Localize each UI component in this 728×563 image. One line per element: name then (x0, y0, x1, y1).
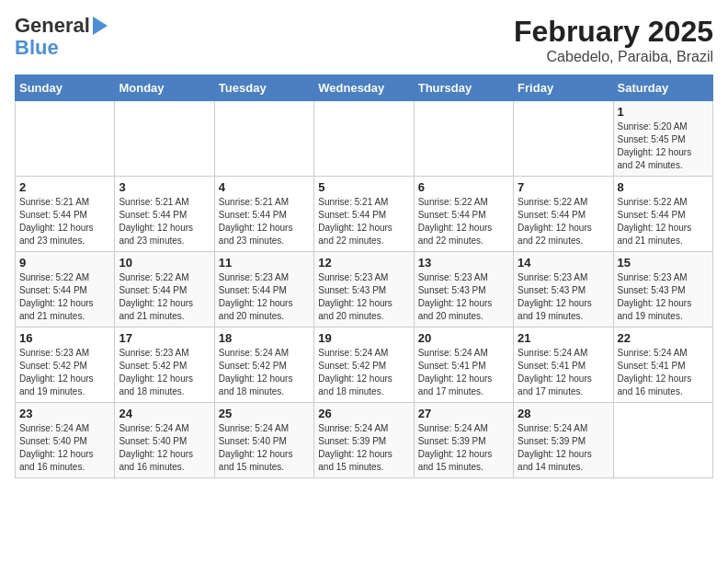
day-info: Sunrise: 5:24 AM Sunset: 5:39 PM Dayligh… (518, 422, 609, 474)
page-title: February 2025 (514, 15, 713, 49)
day-info: Sunrise: 5:22 AM Sunset: 5:44 PM Dayligh… (418, 196, 509, 247)
day-number: 14 (518, 256, 609, 270)
day-number: 25 (219, 407, 310, 420)
calendar-cell: 18Sunrise: 5:24 AM Sunset: 5:42 PM Dayli… (214, 327, 313, 403)
calendar-cell (414, 101, 513, 177)
calendar-week-row: 2Sunrise: 5:21 AM Sunset: 5:44 PM Daylig… (16, 177, 713, 252)
day-number: 18 (219, 331, 310, 345)
day-number: 21 (518, 331, 609, 345)
day-info: Sunrise: 5:23 AM Sunset: 5:42 PM Dayligh… (19, 347, 110, 398)
day-number: 16 (19, 331, 110, 345)
day-number: 28 (518, 407, 609, 420)
day-number: 26 (318, 407, 409, 420)
day-info: Sunrise: 5:23 AM Sunset: 5:42 PM Dayligh… (119, 347, 210, 398)
calendar-cell: 15Sunrise: 5:23 AM Sunset: 5:43 PM Dayli… (613, 252, 712, 327)
calendar-cell: 9Sunrise: 5:22 AM Sunset: 5:44 PM Daylig… (16, 252, 115, 327)
day-info: Sunrise: 5:24 AM Sunset: 5:40 PM Dayligh… (19, 422, 110, 474)
day-info: Sunrise: 5:22 AM Sunset: 5:44 PM Dayligh… (119, 271, 210, 323)
day-number: 11 (219, 256, 310, 270)
day-info: Sunrise: 5:21 AM Sunset: 5:44 PM Dayligh… (119, 196, 210, 247)
day-number: 10 (119, 256, 210, 270)
calendar-cell: 6Sunrise: 5:22 AM Sunset: 5:44 PM Daylig… (414, 177, 513, 252)
day-info: Sunrise: 5:24 AM Sunset: 5:40 PM Dayligh… (219, 422, 310, 474)
logo-text-blue: Blue (15, 36, 59, 59)
page-header: General Blue February 2025 Cabedelo, Par… (15, 15, 713, 65)
day-number: 2 (19, 180, 110, 194)
calendar-cell: 4Sunrise: 5:21 AM Sunset: 5:44 PM Daylig… (214, 177, 313, 252)
calendar-cell (514, 101, 613, 177)
title-block: February 2025 Cabedelo, Paraiba, Brazil (514, 15, 713, 65)
calendar-cell: 7Sunrise: 5:22 AM Sunset: 5:44 PM Daylig… (514, 177, 613, 252)
calendar-week-row: 23Sunrise: 5:24 AM Sunset: 5:40 PM Dayli… (16, 403, 713, 478)
day-number: 1 (618, 105, 709, 119)
logo-arrow (93, 17, 108, 35)
calendar-cell (314, 101, 414, 177)
calendar-week-row: 16Sunrise: 5:23 AM Sunset: 5:42 PM Dayli… (16, 327, 713, 403)
calendar-table: SundayMondayTuesdayWednesdayThursdayFrid… (15, 75, 713, 478)
calendar-week-row: 9Sunrise: 5:22 AM Sunset: 5:44 PM Daylig… (16, 252, 713, 327)
day-info: Sunrise: 5:23 AM Sunset: 5:43 PM Dayligh… (518, 271, 609, 323)
calendar-cell: 12Sunrise: 5:23 AM Sunset: 5:43 PM Dayli… (314, 252, 414, 327)
day-info: Sunrise: 5:20 AM Sunset: 5:45 PM Dayligh… (618, 121, 709, 172)
day-info: Sunrise: 5:23 AM Sunset: 5:44 PM Dayligh… (219, 271, 310, 323)
day-number: 3 (119, 180, 210, 194)
day-number: 17 (119, 331, 210, 345)
day-info: Sunrise: 5:21 AM Sunset: 5:44 PM Dayligh… (219, 196, 310, 247)
day-number: 8 (618, 180, 709, 194)
calendar-cell: 28Sunrise: 5:24 AM Sunset: 5:39 PM Dayli… (514, 403, 613, 478)
logo: General Blue (15, 15, 108, 59)
day-number: 13 (418, 256, 509, 270)
day-info: Sunrise: 5:21 AM Sunset: 5:44 PM Dayligh… (19, 196, 110, 247)
day-info: Sunrise: 5:23 AM Sunset: 5:43 PM Dayligh… (618, 271, 709, 323)
day-number: 20 (418, 331, 509, 345)
calendar-day-header-friday: Friday (514, 75, 613, 101)
day-info: Sunrise: 5:24 AM Sunset: 5:42 PM Dayligh… (219, 347, 310, 398)
day-info: Sunrise: 5:24 AM Sunset: 5:39 PM Dayligh… (418, 422, 509, 474)
calendar-header-row: SundayMondayTuesdayWednesdayThursdayFrid… (16, 75, 713, 101)
day-number: 24 (119, 407, 210, 420)
calendar-day-header-thursday: Thursday (414, 75, 513, 101)
calendar-cell: 25Sunrise: 5:24 AM Sunset: 5:40 PM Dayli… (214, 403, 313, 478)
calendar-cell: 21Sunrise: 5:24 AM Sunset: 5:41 PM Dayli… (514, 327, 613, 403)
calendar-cell: 5Sunrise: 5:21 AM Sunset: 5:44 PM Daylig… (314, 177, 414, 252)
calendar-cell: 26Sunrise: 5:24 AM Sunset: 5:39 PM Dayli… (314, 403, 414, 478)
calendar-cell: 1Sunrise: 5:20 AM Sunset: 5:45 PM Daylig… (613, 101, 712, 177)
day-number: 15 (618, 256, 709, 270)
calendar-week-row: 1Sunrise: 5:20 AM Sunset: 5:45 PM Daylig… (16, 101, 713, 177)
calendar-cell: 24Sunrise: 5:24 AM Sunset: 5:40 PM Dayli… (115, 403, 214, 478)
day-number: 23 (19, 407, 110, 420)
day-number: 19 (318, 331, 409, 345)
day-number: 5 (318, 180, 409, 194)
calendar-cell (115, 101, 214, 177)
day-info: Sunrise: 5:24 AM Sunset: 5:41 PM Dayligh… (618, 347, 709, 398)
day-info: Sunrise: 5:21 AM Sunset: 5:44 PM Dayligh… (318, 196, 409, 247)
calendar-cell: 13Sunrise: 5:23 AM Sunset: 5:43 PM Dayli… (414, 252, 513, 327)
calendar-cell (214, 101, 313, 177)
day-number: 12 (318, 256, 409, 270)
calendar-cell: 16Sunrise: 5:23 AM Sunset: 5:42 PM Dayli… (16, 327, 115, 403)
calendar-cell: 11Sunrise: 5:23 AM Sunset: 5:44 PM Dayli… (214, 252, 313, 327)
day-number: 9 (19, 256, 110, 270)
day-info: Sunrise: 5:23 AM Sunset: 5:43 PM Dayligh… (318, 271, 409, 323)
calendar-day-header-monday: Monday (115, 75, 214, 101)
day-number: 4 (219, 180, 310, 194)
day-info: Sunrise: 5:24 AM Sunset: 5:42 PM Dayligh… (318, 347, 409, 398)
day-info: Sunrise: 5:23 AM Sunset: 5:43 PM Dayligh… (418, 271, 509, 323)
logo-text-general: General (15, 15, 90, 37)
calendar-cell: 22Sunrise: 5:24 AM Sunset: 5:41 PM Dayli… (613, 327, 712, 403)
day-info: Sunrise: 5:24 AM Sunset: 5:40 PM Dayligh… (119, 422, 210, 474)
calendar-cell: 19Sunrise: 5:24 AM Sunset: 5:42 PM Dayli… (314, 327, 414, 403)
calendar-cell: 8Sunrise: 5:22 AM Sunset: 5:44 PM Daylig… (613, 177, 712, 252)
day-info: Sunrise: 5:24 AM Sunset: 5:39 PM Dayligh… (318, 422, 409, 474)
calendar-day-header-tuesday: Tuesday (214, 75, 313, 101)
calendar-cell: 3Sunrise: 5:21 AM Sunset: 5:44 PM Daylig… (115, 177, 214, 252)
calendar-day-header-saturday: Saturday (613, 75, 712, 101)
calendar-day-header-wednesday: Wednesday (314, 75, 414, 101)
calendar-cell: 10Sunrise: 5:22 AM Sunset: 5:44 PM Dayli… (115, 252, 214, 327)
calendar-cell: 20Sunrise: 5:24 AM Sunset: 5:41 PM Dayli… (414, 327, 513, 403)
calendar-cell: 23Sunrise: 5:24 AM Sunset: 5:40 PM Dayli… (16, 403, 115, 478)
day-info: Sunrise: 5:22 AM Sunset: 5:44 PM Dayligh… (19, 271, 110, 323)
day-number: 7 (518, 180, 609, 194)
day-number: 27 (418, 407, 509, 420)
day-info: Sunrise: 5:24 AM Sunset: 5:41 PM Dayligh… (518, 347, 609, 398)
